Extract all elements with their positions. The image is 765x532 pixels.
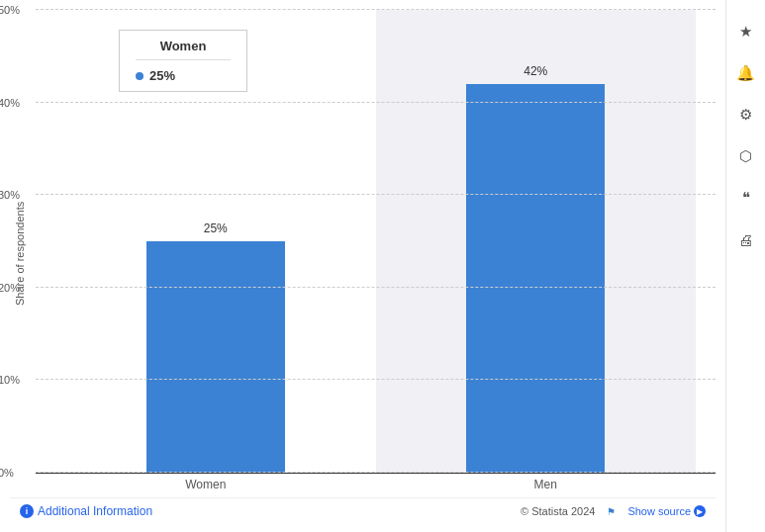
grid-line: 0%: [36, 472, 716, 473]
legend-item: 25%: [136, 68, 231, 83]
star-icon[interactable]: ★: [734, 20, 758, 44]
bar-men: 42%: [466, 84, 605, 473]
source-icon: ▶: [694, 505, 706, 517]
footer-right: © Statista 2024 ⚑ Show source ▶: [521, 505, 706, 517]
legend-box: Women 25%: [119, 30, 247, 92]
bar-women: 25%: [146, 241, 285, 473]
x-label-women: Women: [36, 474, 376, 497]
share-icon[interactable]: ⬡: [734, 144, 758, 168]
print-icon[interactable]: 🖨: [734, 227, 758, 251]
grid-line: 40%: [36, 102, 716, 103]
grid-label: 40%: [0, 97, 20, 109]
chart-area: Share of respondents 25%42% 50%40%30%20%…: [10, 10, 716, 497]
bar-group-men: 42%: [376, 10, 697, 473]
show-source-label: Show source: [627, 505, 691, 517]
bar-value-label-women: 25%: [146, 222, 285, 235]
x-axis-labels: WomenMen: [36, 474, 716, 497]
grid-label: 10%: [0, 374, 20, 386]
grid-line: 20%: [36, 287, 716, 288]
grid-label: 50%: [0, 4, 20, 16]
gear-icon[interactable]: ⚙: [734, 103, 758, 127]
legend-title: Women: [136, 39, 231, 60]
grid-label: 30%: [0, 189, 20, 201]
footer: i Additional Information © Statista 2024…: [10, 497, 716, 522]
x-label-men: Men: [376, 474, 717, 497]
grid-label: 20%: [0, 282, 20, 294]
legend-value: 25%: [149, 68, 175, 83]
grid-line: 10%: [36, 379, 716, 380]
show-source-link[interactable]: Show source ▶: [627, 505, 706, 517]
grid-line: 30%: [36, 194, 716, 195]
statista-credit: © Statista 2024: [521, 505, 595, 517]
additional-info-label: Additional Information: [38, 504, 152, 518]
right-sidebar: ★🔔⚙⬡❝🖨: [725, 0, 765, 532]
grid-label: 0%: [0, 467, 14, 479]
additional-info-link[interactable]: i Additional Information: [20, 504, 152, 518]
grid-line: 50%: [36, 9, 716, 10]
quote-icon[interactable]: ❝: [734, 186, 758, 210]
info-icon: i: [20, 504, 34, 518]
main-content: Share of respondents 25%42% 50%40%30%20%…: [0, 0, 725, 532]
y-axis-label: Share of respondents: [10, 10, 26, 497]
bell-icon[interactable]: 🔔: [734, 61, 758, 85]
bar-value-label-men: 42%: [466, 64, 605, 78]
legend-dot: [136, 72, 143, 80]
